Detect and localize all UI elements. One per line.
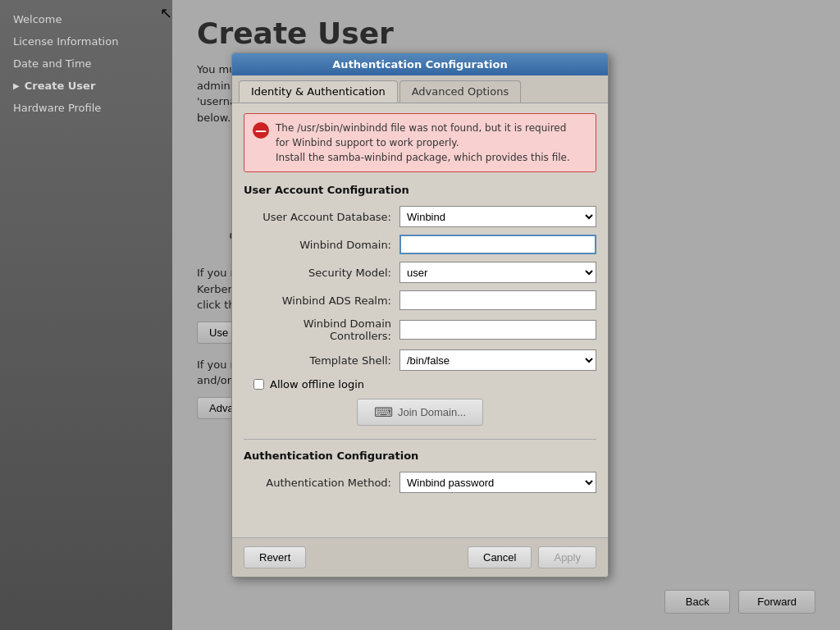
- dialog-title: Authentication Configuration: [332, 58, 507, 71]
- template-shell-row: Template Shell: /bin/false /bin/bash /bi…: [244, 349, 596, 371]
- apply-button[interactable]: Apply: [538, 546, 596, 568]
- user-account-section-title: User Account Configuration: [244, 184, 596, 196]
- template-shell-select[interactable]: /bin/false /bin/bash /bin/sh: [399, 349, 596, 371]
- tab-identity[interactable]: Identity & Authentication: [239, 80, 398, 103]
- tab-identity-label: Identity & Authentication: [251, 85, 386, 98]
- allow-offline-checkbox[interactable]: [253, 379, 264, 390]
- security-model-row: Security Model: user ads domain server: [244, 262, 596, 283]
- winbind-ads-realm-input[interactable]: [399, 290, 596, 310]
- error-text: The /usr/sbin/winbindd file was not foun…: [276, 121, 570, 165]
- auth-section-title: Authentication Configuration: [244, 450, 596, 462]
- join-domain-label: Join Domain...: [398, 406, 466, 418]
- winbind-ads-realm-label: Winbind ADS Realm:: [244, 294, 391, 307]
- error-banner: — The /usr/sbin/winbindd file was not fo…: [244, 113, 596, 172]
- auth-method-row: Authentication Method: Winbind password …: [244, 472, 596, 493]
- dialog-footer: Revert Cancel Apply: [232, 537, 608, 577]
- security-model-select[interactable]: user ads domain server: [399, 262, 596, 283]
- winbind-dc-label: Winbind Domain Controllers:: [244, 317, 391, 342]
- winbind-domain-input[interactable]: [399, 235, 596, 254]
- revert-button[interactable]: Revert: [244, 546, 306, 568]
- allow-offline-label: Allow offline login: [270, 378, 364, 390]
- dialog-overlay: Authentication Configuration Identity & …: [0, 0, 840, 630]
- winbind-domain-row: Winbind Domain:: [244, 235, 596, 254]
- auth-method-select[interactable]: Winbind password Kerberos LDAP Local: [399, 472, 596, 493]
- dialog-tabs: Identity & Authentication Advanced Optio…: [232, 75, 608, 103]
- db-label: User Account Database:: [244, 211, 391, 223]
- user-account-database-select[interactable]: Winbind LDAP NIS Local: [399, 206, 596, 227]
- footer-right-buttons: Cancel Apply: [468, 546, 596, 568]
- tab-advanced[interactable]: Advanced Options: [399, 80, 522, 103]
- db-row: User Account Database: Winbind LDAP NIS …: [244, 206, 596, 227]
- winbind-domain-label: Winbind Domain:: [244, 239, 391, 251]
- tab-advanced-label: Advanced Options: [412, 85, 509, 98]
- security-model-label: Security Model:: [244, 267, 391, 279]
- cancel-button[interactable]: Cancel: [468, 546, 532, 568]
- winbind-dc-input[interactable]: [399, 320, 596, 340]
- winbind-ads-realm-row: Winbind ADS Realm:: [244, 290, 596, 310]
- error-icon: —: [253, 122, 269, 139]
- join-domain-button[interactable]: ⌨ Join Domain...: [357, 399, 483, 426]
- auth-method-label: Authentication Method:: [244, 477, 391, 489]
- section-divider: [244, 439, 596, 440]
- allow-offline-row: Allow offline login: [244, 378, 596, 390]
- dialog-titlebar: Authentication Configuration: [232, 53, 608, 75]
- auth-config-dialog: Authentication Configuration Identity & …: [231, 52, 609, 578]
- template-shell-label: Template Shell:: [244, 354, 391, 367]
- join-domain-icon: ⌨: [374, 404, 393, 420]
- dialog-body: — The /usr/sbin/winbindd file was not fo…: [232, 103, 608, 537]
- winbind-dc-row: Winbind Domain Controllers:: [244, 317, 596, 342]
